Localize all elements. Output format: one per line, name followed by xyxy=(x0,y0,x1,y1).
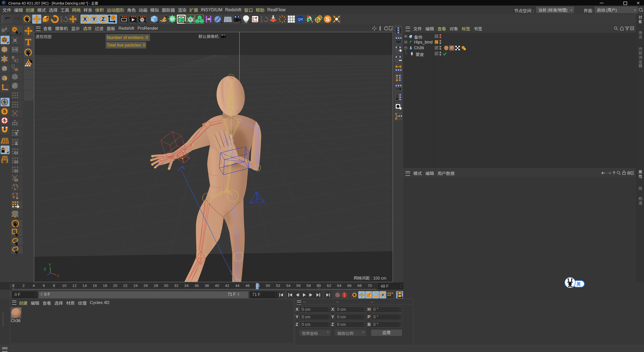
svg-text:32: 32 xyxy=(174,283,178,288)
svg-text:英: 英 xyxy=(576,281,581,287)
svg-text:42: 42 xyxy=(225,283,229,288)
svg-text:62: 62 xyxy=(327,283,331,288)
svg-text:28: 28 xyxy=(154,283,158,288)
svg-text:44: 44 xyxy=(235,283,240,288)
svg-text:68: 68 xyxy=(357,283,362,288)
svg-text:60: 60 xyxy=(317,283,321,288)
svg-text:40: 40 xyxy=(215,283,219,288)
svg-text:56: 56 xyxy=(296,283,301,288)
svg-text:30: 30 xyxy=(164,283,169,288)
svg-text:0: 0 xyxy=(12,283,15,288)
svg-text:8: 8 xyxy=(53,283,55,288)
svg-text:48: 48 xyxy=(256,283,260,288)
svg-text:6: 6 xyxy=(43,283,45,288)
svg-text:50: 50 xyxy=(266,283,270,288)
svg-text:20: 20 xyxy=(113,283,117,288)
svg-text:16: 16 xyxy=(93,283,97,288)
svg-text:10: 10 xyxy=(62,283,67,288)
svg-text:46: 46 xyxy=(245,283,250,288)
svg-text:54: 54 xyxy=(286,283,291,288)
svg-text:34: 34 xyxy=(184,283,189,288)
svg-text:52: 52 xyxy=(276,283,280,288)
svg-text:70: 70 xyxy=(368,283,372,288)
svg-text:36: 36 xyxy=(194,283,199,288)
svg-text:2: 2 xyxy=(22,283,25,288)
svg-text:22: 22 xyxy=(123,283,128,288)
svg-text:24: 24 xyxy=(133,283,138,288)
svg-text:P: P xyxy=(382,293,384,297)
svg-text:26: 26 xyxy=(144,283,148,288)
svg-text:4: 4 xyxy=(33,283,35,288)
svg-text:38: 38 xyxy=(205,283,209,288)
svg-text:66: 66 xyxy=(347,283,351,288)
svg-text:58: 58 xyxy=(306,283,311,288)
svg-text:64: 64 xyxy=(337,283,342,288)
svg-text:12: 12 xyxy=(72,283,76,288)
svg-text:14: 14 xyxy=(83,283,87,288)
svg-text:18: 18 xyxy=(103,283,107,288)
